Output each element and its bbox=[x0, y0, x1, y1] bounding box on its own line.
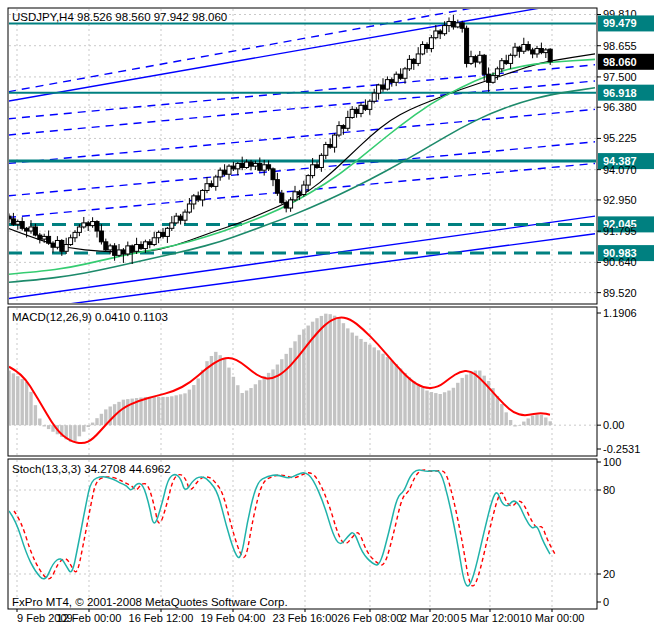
time-axis-label: 2 Mar 20:00 bbox=[401, 612, 460, 624]
time-axis-label: 19 Feb 04:00 bbox=[201, 612, 266, 624]
symbol-title: USDJPY,H4 98.526 98.560 97.942 98.060 bbox=[12, 11, 227, 23]
price-badge-label: 99.479 bbox=[603, 17, 637, 29]
price-badge-label: 96.918 bbox=[603, 87, 637, 99]
price-tick-label: 89.520 bbox=[603, 287, 637, 299]
price-tick-label: 98.655 bbox=[603, 40, 637, 52]
time-axis-label: 5 Mar 12:00 bbox=[461, 612, 520, 624]
chart-canvas[interactable]: USDJPY,H4 98.526 98.560 97.942 98.060MAC… bbox=[0, 0, 660, 625]
time-axis: 9 Feb 200912 Feb 00:0016 Feb 12:0019 Feb… bbox=[17, 609, 584, 624]
macd-axis-label: -0.2531 bbox=[603, 443, 640, 455]
macd-axis-label: 1.1906 bbox=[603, 307, 637, 319]
stoch-axis-label: 0 bbox=[603, 596, 609, 608]
stoch-axis-label: 20 bbox=[603, 568, 615, 580]
stoch-axis-label: 80 bbox=[603, 484, 615, 496]
price-tick-label: 96.380 bbox=[603, 101, 637, 113]
price-tick-label: 91.795 bbox=[603, 225, 637, 237]
macd-axis-label: 0.00 bbox=[603, 419, 624, 431]
price-tick-label: 92.950 bbox=[603, 194, 637, 206]
stoch-title: Stoch(13,3,3) 34.2708 44.6962 bbox=[12, 463, 171, 475]
macd-title: MACD(12,26,9) 0.0410 0.1103 bbox=[12, 311, 168, 323]
time-axis-label: 23 Feb 16:00 bbox=[273, 612, 338, 624]
stoch-axis-label: 100 bbox=[603, 456, 621, 468]
time-axis-label: 10 Mar 00:00 bbox=[520, 612, 585, 624]
time-axis-label: 16 Feb 12:00 bbox=[129, 612, 194, 624]
price-badge-label: 98.060 bbox=[603, 56, 637, 68]
mt4-chart-window: USDJPY,H4 98.526 98.560 97.942 98.060MAC… bbox=[0, 0, 660, 625]
main-chart-panel[interactable] bbox=[8, 8, 597, 304]
price-tick-label: 94.070 bbox=[603, 164, 637, 176]
price-tick-label: 95.225 bbox=[603, 132, 637, 144]
time-axis-label: 26 Feb 08:00 bbox=[338, 612, 403, 624]
copyright-text: FxPro MT4, © 2001-2008 MetaQuotes Softwa… bbox=[12, 596, 288, 608]
price-tick-label: 97.500 bbox=[603, 71, 637, 83]
stoch-panel[interactable] bbox=[8, 459, 597, 609]
time-axis-label: 12 Feb 00:00 bbox=[57, 612, 122, 624]
price-tick-label: 90.640 bbox=[603, 256, 637, 268]
